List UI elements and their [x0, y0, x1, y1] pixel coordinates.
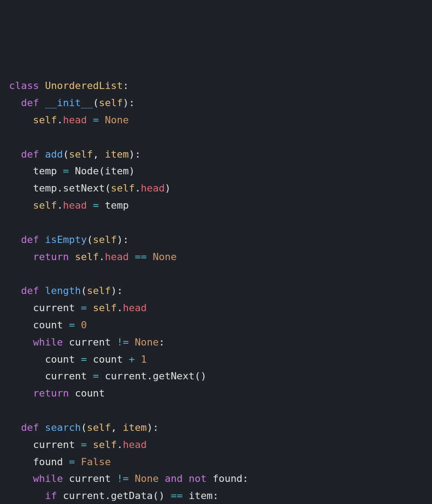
- code-token: [159, 473, 164, 484]
- code-line[interactable]: self.head = None: [9, 112, 423, 129]
- code-token: head: [105, 251, 129, 262]
- code-token: found:: [212, 473, 248, 484]
- code-token: 0: [81, 319, 87, 331]
- code-line[interactable]: found = False: [9, 453, 423, 471]
- code-token: count: [9, 319, 69, 331]
- code-token: =: [93, 370, 99, 382]
- code-line[interactable]: temp.setNext(self.head): [9, 180, 423, 197]
- code-token: =: [69, 319, 75, 331]
- code-line[interactable]: class UnorderedList:: [9, 77, 423, 94]
- code-token: [9, 285, 21, 296]
- code-token: ):: [129, 149, 141, 160]
- code-token: return: [33, 251, 75, 262]
- code-token: head: [141, 182, 164, 194]
- code-token: [99, 114, 105, 126]
- code-token: (: [63, 149, 69, 160]
- code-token: current.getNext(): [99, 370, 207, 382]
- code-token: [9, 422, 21, 433]
- code-token: None: [153, 251, 177, 262]
- code-token: :: [159, 336, 164, 348]
- code-token: [9, 234, 21, 245]
- code-token: (: [81, 285, 87, 296]
- code-token: [9, 473, 33, 484]
- code-token: current.getData(): [63, 490, 170, 501]
- code-token: head: [123, 302, 147, 313]
- code-line[interactable]: def isEmpty(self):: [9, 231, 423, 248]
- code-line[interactable]: def add(self, item):: [9, 146, 423, 163]
- code-token: [87, 439, 93, 450]
- code-token: class: [9, 80, 45, 91]
- code-line[interactable]: while current != None and not found:: [9, 470, 423, 487]
- code-editor[interactable]: class UnorderedList: def __init__(self):…: [9, 77, 423, 504]
- code-token: .: [57, 200, 63, 211]
- code-line[interactable]: current = current.getNext(): [9, 368, 423, 385]
- code-token: and: [164, 473, 188, 484]
- code-token: +: [129, 354, 135, 365]
- code-token: =: [93, 200, 99, 211]
- code-line[interactable]: current = self.head: [9, 436, 423, 453]
- code-token: (: [93, 97, 99, 108]
- code-token: while: [33, 473, 69, 484]
- code-line[interactable]: count = 0: [9, 317, 423, 334]
- code-token: ,: [93, 149, 105, 160]
- code-line[interactable]: self.head = temp: [9, 197, 423, 214]
- code-token: [147, 251, 153, 262]
- code-token: def: [21, 149, 45, 160]
- code-token: self: [111, 182, 135, 194]
- code-token: head: [63, 200, 87, 211]
- code-token: self: [33, 200, 57, 211]
- code-line[interactable]: count = count + 1: [9, 351, 423, 368]
- code-token: self: [93, 302, 117, 313]
- code-token: self: [99, 97, 123, 108]
- code-token: self: [75, 251, 99, 262]
- code-token: if: [45, 490, 63, 501]
- code-line[interactable]: return count: [9, 385, 423, 402]
- code-token: def: [21, 97, 45, 108]
- code-token: (: [81, 422, 87, 433]
- code-token: not: [188, 473, 212, 484]
- code-token: =: [63, 165, 69, 177]
- code-line[interactable]: if current.getData() == item:: [9, 487, 423, 504]
- code-token: found: [9, 456, 69, 467]
- code-token: temp: [99, 200, 129, 211]
- code-token: [75, 456, 81, 467]
- code-token: ==: [135, 251, 147, 262]
- code-line[interactable]: return self.head == None: [9, 248, 423, 266]
- code-token: __init__: [45, 97, 93, 108]
- code-token: self: [33, 114, 57, 126]
- code-line[interactable]: [9, 129, 423, 146]
- code-line[interactable]: while current != None:: [9, 334, 423, 351]
- code-line[interactable]: [9, 402, 423, 419]
- code-line[interactable]: temp = Node(item): [9, 163, 423, 180]
- code-token: [75, 319, 81, 331]
- code-line[interactable]: def length(self):: [9, 282, 423, 299]
- code-token: [87, 200, 93, 211]
- code-token: current: [9, 370, 93, 382]
- code-line[interactable]: current = self.head: [9, 299, 423, 317]
- code-token: =: [81, 439, 87, 450]
- code-token: current: [69, 336, 117, 348]
- code-line[interactable]: [9, 265, 423, 282]
- code-token: None: [105, 114, 129, 126]
- code-token: ):: [117, 234, 129, 245]
- code-line[interactable]: def __init__(self):: [9, 94, 423, 112]
- code-token: temp.setNext(: [9, 182, 111, 194]
- code-token: [9, 149, 21, 160]
- code-token: def: [21, 285, 45, 296]
- code-token: [129, 473, 135, 484]
- code-line[interactable]: def search(self, item):: [9, 419, 423, 436]
- code-token: ):: [111, 285, 123, 296]
- code-token: add: [45, 149, 63, 160]
- code-token: isEmpty: [45, 234, 87, 245]
- code-token: [9, 114, 33, 126]
- code-token: ==: [171, 490, 183, 501]
- code-token: ):: [147, 422, 159, 433]
- code-token: .: [117, 302, 122, 313]
- code-token: self: [93, 439, 117, 450]
- code-token: [129, 251, 135, 262]
- code-token: =: [81, 354, 87, 365]
- code-line[interactable]: [9, 214, 423, 231]
- code-token: length: [45, 285, 80, 296]
- code-token: search: [45, 422, 80, 433]
- code-token: [9, 97, 21, 108]
